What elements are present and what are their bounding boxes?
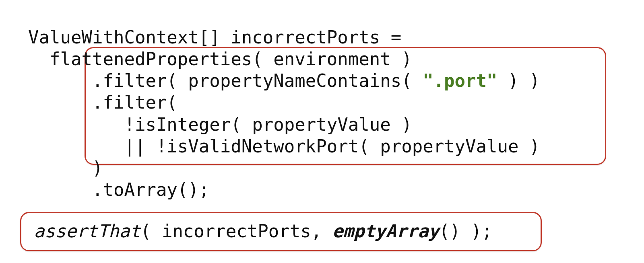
code-block: ValueWithContext[] incorrectPorts = flat…	[28, 5, 540, 201]
code-line-7: )	[28, 158, 103, 178]
code-line-5: !isInteger( propertyValue )	[28, 114, 412, 135]
empty-array-call: emptyArray	[332, 221, 439, 241]
assert-line: assertThat( incorrectPorts, emptyArray()…	[34, 220, 492, 242]
assert-that-call: assertThat	[34, 221, 140, 241]
code-line-4: .filter(	[28, 92, 178, 113]
code-line-2: flattenedProperties( environment )	[28, 49, 412, 69]
code-line-1: ValueWithContext[] incorrectPorts =	[28, 27, 401, 47]
string-literal-port: ".port"	[423, 70, 497, 91]
code-line-3: .filter( propertyNameContains( ".port" )…	[28, 70, 540, 91]
code-line-6: || !isValidNetworkPort( propertyValue )	[28, 136, 540, 156]
code-line-8: .toArray();	[28, 179, 209, 200]
code-slide: ValueWithContext[] incorrectPorts = flat…	[0, 0, 644, 263]
